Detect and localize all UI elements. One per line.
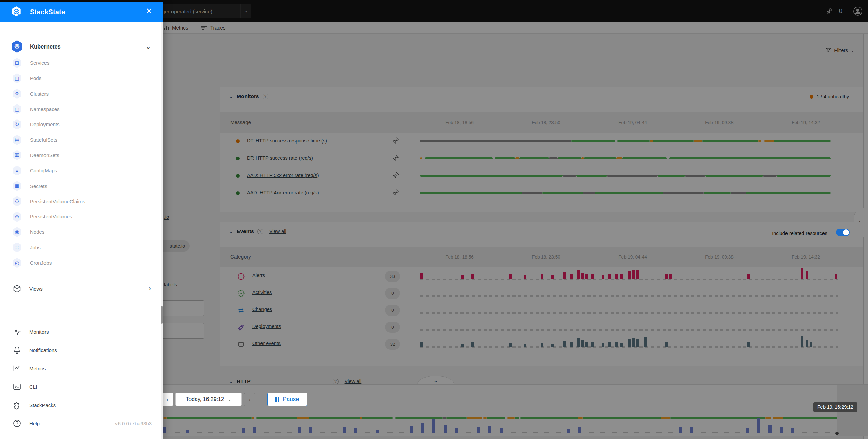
sidebar-item-deployments[interactable]: ↻Deployments: [0, 117, 163, 132]
sidebar-item-secrets[interactable]: ⊠Secrets: [0, 178, 163, 193]
sidebar-item-services[interactable]: ⊞Services: [0, 55, 163, 71]
chevron-down-icon: ⌄: [228, 397, 231, 402]
statefulsets-icon: ▤: [12, 135, 22, 145]
nodes-icon: ◉: [12, 227, 22, 237]
secrets-icon: ⊠: [12, 181, 22, 191]
now-marker-dot[interactable]: [835, 432, 839, 435]
sidebar-item-configmaps[interactable]: ≡ConfigMaps: [0, 163, 163, 178]
configmaps-icon: ≡: [12, 166, 22, 176]
now-marker-line: [837, 412, 837, 433]
sidebar-item-notifications[interactable]: Notifications: [0, 341, 163, 359]
kubernetes-icon: ☸: [11, 40, 23, 53]
sidebar-item-clusters[interactable]: ⚙Clusters: [0, 86, 163, 101]
toggle-knob: [843, 229, 849, 235]
sidebar-item-label: CLI: [29, 384, 37, 390]
pause-label: Pause: [283, 396, 299, 403]
include-related-resources-toggle[interactable]: [836, 229, 850, 236]
sidebar-item-namespaces[interactable]: ▢Namespaces: [0, 101, 163, 117]
stackstate-logo: [10, 6, 22, 18]
sidebar-item-label: Secrets: [30, 183, 47, 189]
terminal-icon: [12, 382, 22, 392]
sidebar-item-pods[interactable]: ◳Pods: [0, 71, 163, 86]
pause-button[interactable]: Pause: [267, 393, 307, 406]
now-tooltip: Feb 19, 16:29:12: [813, 402, 857, 412]
sidebar-item-label: Nodes: [30, 229, 44, 235]
sidebar-item-persistentvolumeclaims[interactable]: ⊜PersistentVolumeClaims: [0, 194, 163, 209]
puzzle-icon: [12, 400, 22, 410]
time-select-label: Today, 16:29:12: [186, 396, 224, 402]
sidebar-item-label: ConfigMaps: [30, 168, 57, 173]
sidebar-item-monitors[interactable]: Monitors: [0, 323, 163, 341]
sidebar-item-help[interactable]: Help v6.0.0+7ba93b3: [0, 414, 163, 433]
time-prev-button[interactable]: ‹: [162, 393, 173, 406]
version-label: v6.0.0+7ba93b3: [115, 421, 152, 426]
sidebar-item-daemonsets[interactable]: ▦DaemonSets: [0, 148, 163, 163]
help-circle-icon: [12, 419, 22, 428]
daemonsets-icon: ▦: [12, 150, 22, 160]
monitors-pulse-icon: [12, 327, 22, 337]
persistentvolumes-icon: ⊖: [12, 212, 22, 222]
drawer-header: StackState ✕: [0, 2, 163, 22]
drawer-title: StackState: [30, 8, 65, 16]
sidebar-item-jobs[interactable]: ∷Jobs: [0, 240, 163, 255]
close-icon[interactable]: ✕: [146, 6, 152, 16]
sidebar-item-label: Help: [29, 421, 40, 426]
sidebar-item-label: Views: [29, 286, 43, 292]
sidebar-item-label: Namespaces: [30, 106, 60, 112]
time-select-button[interactable]: Today, 16:29:12 ⌄: [175, 393, 242, 406]
views-cube-icon: [12, 284, 22, 293]
sidebar-item-label: DaemonSets: [30, 152, 59, 158]
chevron-right-icon: ›: [149, 284, 151, 293]
sidebar-item-label: Services: [30, 60, 50, 66]
bell-icon: [12, 345, 22, 355]
sidebar-item-label: StatefulSets: [30, 137, 57, 143]
sidebar-item-label: PersistentVolumes: [30, 214, 72, 220]
sidebar-item-label: Notifications: [29, 347, 57, 353]
sidebar-item-label: Monitors: [29, 329, 49, 335]
sidebar-item-cli[interactable]: CLI: [0, 378, 163, 396]
sidebar-item-label: StackPacks: [29, 402, 56, 408]
sidebar-item-cronjobs[interactable]: ◴CronJobs: [0, 255, 163, 270]
namespaces-icon: ▢: [12, 104, 22, 114]
sidebar-item-persistentvolumes[interactable]: ⊖PersistentVolumes: [0, 209, 163, 224]
main-menu-drawer: StackState ✕ ☸ Kubernetes ⌄ Views › Moni…: [0, 2, 163, 439]
drawer-scrollbar-thumb[interactable]: [161, 306, 163, 324]
services-icon: ⊞: [12, 58, 22, 68]
sidebar-item-label: PersistentVolumeClaims: [30, 198, 85, 204]
sidebar-item-stackpacks[interactable]: StackPacks: [0, 396, 163, 414]
sidebar-item-label: Metrics: [29, 366, 46, 371]
chevron-down-icon: ⌄: [145, 42, 151, 51]
now-tooltip-text: Feb 19, 16:29:12: [817, 404, 853, 410]
chevron-left-icon: ‹: [166, 396, 169, 403]
sidebar-item-kubernetes[interactable]: ☸ Kubernetes ⌄: [0, 38, 163, 55]
pause-icon: [275, 397, 279, 402]
sidebar-item-label: Deployments: [30, 121, 60, 127]
clusters-icon: ⚙: [12, 89, 22, 99]
sidebar-item-label: Clusters: [30, 91, 49, 97]
sidebar-item-label: Kubernetes: [30, 43, 61, 50]
sidebar-item-metrics[interactable]: Metrics: [0, 359, 163, 378]
sidebar-item-views[interactable]: Views ›: [0, 280, 163, 297]
sidebar-item-statefulsets[interactable]: ▤StatefulSets: [0, 132, 163, 148]
sidebar-item-label: Pods: [30, 75, 41, 81]
persistentvolumeclaims-icon: ⊜: [12, 196, 22, 206]
drawer-divider: [0, 310, 163, 310]
sidebar-item-nodes[interactable]: ◉Nodes: [0, 224, 163, 240]
cronjobs-icon: ◴: [12, 258, 22, 268]
pods-icon: ◳: [12, 73, 22, 83]
sidebar-item-label: CronJobs: [30, 260, 52, 266]
jobs-icon: ∷: [12, 242, 22, 252]
sidebar-item-label: Jobs: [30, 245, 41, 250]
deployments-icon: ↻: [12, 119, 22, 130]
chart-line-icon: [12, 364, 22, 373]
